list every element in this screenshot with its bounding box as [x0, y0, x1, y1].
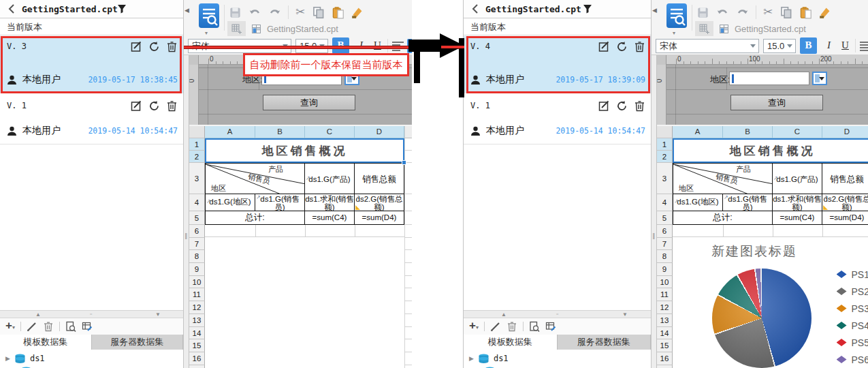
restore-version-icon[interactable]: [616, 100, 628, 112]
cell-D4[interactable]: ↗ds2.G(销售总额): [822, 194, 868, 211]
delete-version-icon[interactable]: [166, 41, 178, 52]
query-button[interactable]: 查询: [730, 95, 823, 110]
row-header-14[interactable]: 14: [189, 327, 205, 340]
cut-icon[interactable]: ✂: [763, 6, 773, 18]
delete-version-icon[interactable]: [166, 100, 178, 112]
row-header-11[interactable]: 11: [189, 288, 205, 301]
row-header-12[interactable]: 12: [189, 301, 205, 314]
paste-icon[interactable]: [332, 6, 344, 19]
collapse-panel-icon[interactable]: ◀: [652, 7, 657, 14]
cell-C5[interactable]: =sum(C4): [305, 211, 355, 225]
restore-version-icon[interactable]: [148, 41, 160, 52]
row-header-3[interactable]: 3: [189, 163, 205, 194]
collapse-panel-icon[interactable]: ◀: [184, 7, 189, 14]
row-header-4[interactable]: 4: [657, 194, 673, 211]
row-header-14[interactable]: 14: [657, 327, 673, 340]
restore-version-icon[interactable]: [148, 100, 160, 112]
selection-handle[interactable]: [402, 160, 406, 165]
cell-title-merged[interactable]: 地区销售概况: [205, 138, 404, 163]
row-header-12[interactable]: 12: [657, 301, 673, 314]
add-dataset-button[interactable]: +▾: [469, 320, 479, 333]
expand-icon[interactable]: ▶: [469, 355, 474, 362]
tab-template-dataset[interactable]: 模板数据集: [0, 335, 92, 350]
edit-dataset-icon[interactable]: [27, 321, 37, 332]
cell-diagonal[interactable]: 产品 销售员 地区: [673, 163, 773, 194]
query-button[interactable]: 查询: [263, 95, 355, 110]
cell-B4[interactable]: ↗ds1.G(销售员): [255, 194, 305, 211]
row-header-13[interactable]: 13: [657, 314, 673, 327]
edit-version-icon[interactable]: [131, 41, 142, 52]
back-icon[interactable]: [470, 3, 481, 14]
version-card-v3[interactable]: V. 3 本地用户 2019-05-17 18:38:45: [0, 36, 183, 93]
current-template-icon[interactable]: [251, 24, 261, 34]
cell-B4[interactable]: ↗ds1.G(销售员): [723, 194, 773, 211]
column-header-D[interactable]: D: [822, 126, 868, 138]
edit-version-icon[interactable]: [598, 100, 610, 112]
row-header-7[interactable]: 7: [189, 238, 205, 251]
font-size-select[interactable]: 15.0: [763, 39, 796, 53]
format-painter-icon[interactable]: [819, 6, 832, 19]
left-strip[interactable]: ∥: [184, 55, 189, 368]
redo-icon[interactable]: [268, 6, 281, 19]
row-header-8[interactable]: 8: [657, 250, 673, 263]
left-strip[interactable]: ∥: [652, 55, 657, 368]
row-header-2[interactable]: 2: [657, 151, 673, 163]
cell-A4[interactable]: ↗ds1.G(地区): [205, 194, 255, 211]
preview-dataset-icon[interactable]: [65, 321, 76, 332]
edit-version-icon[interactable]: [598, 41, 610, 52]
column-header-D[interactable]: D: [355, 126, 404, 138]
column-header-B[interactable]: B: [255, 126, 305, 138]
cut-icon[interactable]: ✂: [295, 6, 305, 18]
chart-float[interactable]: 新建图表标题 PS1PS2PS3PS4PS5PS6: [673, 237, 868, 368]
row-header-17[interactable]: 17: [657, 365, 673, 368]
row-header-1[interactable]: 1: [657, 138, 673, 151]
cell-C5[interactable]: =sum(C4): [773, 211, 822, 225]
row-header-5[interactable]: 5: [189, 211, 205, 225]
cell-D4[interactable]: ↗ds2.G(销售总额): [355, 194, 404, 211]
table-edit-icon[interactable]: [545, 321, 556, 332]
save-icon[interactable]: [696, 6, 709, 19]
underline-button[interactable]: U: [837, 37, 854, 54]
expand-icon[interactable]: ▶: [5, 355, 10, 362]
row-6[interactable]: [205, 225, 404, 237]
param-text-input[interactable]: [729, 72, 809, 85]
select-all-corner[interactable]: [657, 126, 673, 138]
row-header-16[interactable]: 16: [657, 352, 673, 365]
template-menu-caret-icon[interactable]: ▾: [673, 30, 675, 36]
row-header-1[interactable]: 1: [189, 138, 205, 151]
cell-A5-merged[interactable]: 总计:: [205, 211, 305, 225]
cell-D5[interactable]: =sum(D4): [355, 211, 404, 225]
cell-A4[interactable]: ↗ds1.G(地区): [673, 194, 723, 211]
new-template-tab[interactable]: [695, 21, 713, 37]
row-header-5[interactable]: 5: [657, 211, 673, 225]
copy-icon[interactable]: [779, 6, 792, 19]
row-headers[interactable]: 1234567891011121314151617: [657, 126, 673, 368]
template-menu-button[interactable]: [199, 3, 219, 28]
cell-D3[interactable]: 销售总额: [355, 163, 404, 194]
back-icon[interactable]: [7, 3, 18, 14]
pie-chart[interactable]: [712, 269, 811, 368]
redo-icon[interactable]: [736, 6, 749, 19]
row-header-15[interactable]: 15: [189, 339, 205, 352]
delete-dataset-icon[interactable]: [507, 321, 517, 332]
delete-dataset-icon[interactable]: [43, 321, 54, 332]
delete-version-icon[interactable]: [634, 100, 645, 112]
column-header-C[interactable]: C: [773, 126, 822, 138]
paste-icon[interactable]: [799, 6, 812, 19]
copy-icon[interactable]: [312, 6, 325, 19]
bold-button[interactable]: B: [800, 37, 817, 54]
template-tab-label[interactable]: GettingStarted.cpt: [735, 24, 806, 34]
column-header-C[interactable]: C: [305, 126, 355, 138]
row-header-3[interactable]: 3: [657, 163, 673, 194]
filter-icon[interactable]: [117, 4, 127, 14]
new-template-tab[interactable]: [227, 21, 246, 37]
add-dataset-button[interactable]: +▾: [5, 320, 15, 333]
cell-C3[interactable]: ↗ds1.G(产品): [773, 163, 822, 194]
row-headers[interactable]: 1234567891011121314151617: [189, 126, 205, 368]
row-header-7[interactable]: 7: [657, 238, 673, 251]
param-dropdown-button[interactable]: [812, 72, 827, 85]
edit-dataset-icon[interactable]: [490, 321, 501, 332]
row-header-8[interactable]: 8: [189, 250, 205, 263]
tab-server-dataset[interactable]: 服务器数据集: [92, 335, 184, 350]
tab-template-dataset[interactable]: 模板数据集: [464, 335, 558, 350]
